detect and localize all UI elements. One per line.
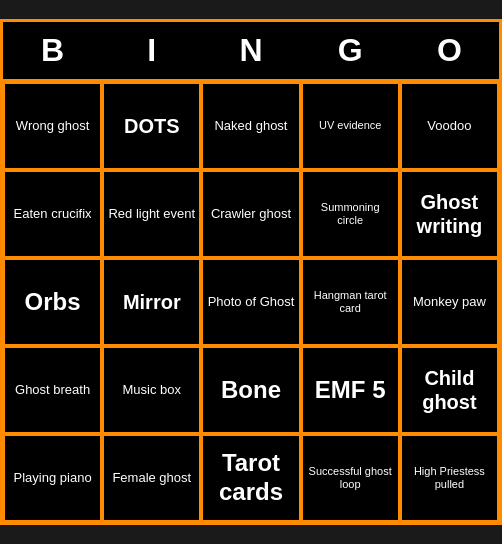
bingo-cell: High Priestess pulled — [400, 434, 499, 522]
bingo-cell: UV evidence — [301, 82, 400, 170]
header-letter: N — [201, 22, 300, 79]
bingo-cell: Monkey paw — [400, 258, 499, 346]
bingo-cell: Ghost writing — [400, 170, 499, 258]
bingo-cell: EMF 5 — [301, 346, 400, 434]
bingo-cell: Eaten crucifix — [3, 170, 102, 258]
bingo-cell: Mirror — [102, 258, 201, 346]
bingo-header: BINGO — [3, 22, 499, 79]
header-letter: B — [3, 22, 102, 79]
header-letter: G — [301, 22, 400, 79]
bingo-card: BINGO Wrong ghostDOTSNaked ghostUV evide… — [0, 19, 502, 525]
bingo-cell: Ghost breath — [3, 346, 102, 434]
bingo-cell: Crawler ghost — [201, 170, 300, 258]
bingo-cell: Tarot cards — [201, 434, 300, 522]
bingo-cell: Voodoo — [400, 82, 499, 170]
bingo-cell: DOTS — [102, 82, 201, 170]
bingo-cell: Naked ghost — [201, 82, 300, 170]
bingo-cell: Child ghost — [400, 346, 499, 434]
bingo-grid: Wrong ghostDOTSNaked ghostUV evidenceVoo… — [3, 79, 499, 522]
bingo-cell: Female ghost — [102, 434, 201, 522]
bingo-cell: Playing piano — [3, 434, 102, 522]
bingo-cell: Orbs — [3, 258, 102, 346]
bingo-cell: Bone — [201, 346, 300, 434]
bingo-cell: Red light event — [102, 170, 201, 258]
header-letter: O — [400, 22, 499, 79]
bingo-cell: Music box — [102, 346, 201, 434]
bingo-cell: Photo of Ghost — [201, 258, 300, 346]
header-letter: I — [102, 22, 201, 79]
bingo-cell: Summoning circle — [301, 170, 400, 258]
bingo-cell: Successful ghost loop — [301, 434, 400, 522]
bingo-cell: Wrong ghost — [3, 82, 102, 170]
bingo-cell: Hangman tarot card — [301, 258, 400, 346]
